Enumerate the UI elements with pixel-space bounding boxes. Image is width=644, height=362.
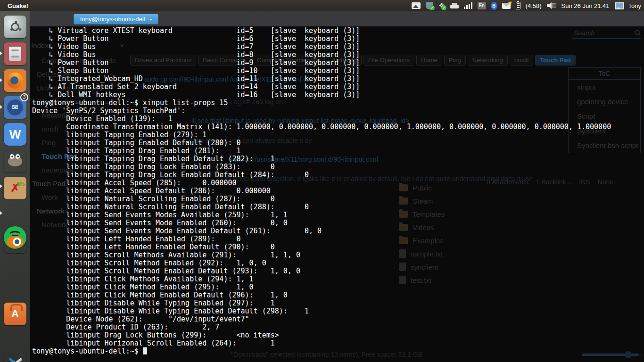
firefox-app-icon[interactable] bbox=[4, 69, 26, 92]
top-panel: Guake! ✓ ❖✓ En B (4:58) Sun 26 Jun 21:41… bbox=[0, 0, 644, 11]
battery-time: (4:58) bbox=[526, 2, 542, 9]
gimp-wilber-icon bbox=[8, 156, 22, 166]
software-center-icon[interactable]: A bbox=[4, 303, 26, 325]
new-mail-icon[interactable] bbox=[502, 3, 511, 9]
clock-date[interactable]: Sun 26 Jun 21:41 bbox=[561, 2, 610, 9]
w-letter: W bbox=[9, 127, 21, 142]
desktop: Guake! ✓ ❖✓ En B (4:58) Sun 26 Jun 21:41… bbox=[0, 0, 644, 362]
shield-check-icon[interactable]: ✓ bbox=[426, 2, 433, 9]
unread-count-badge: 3 bbox=[20, 93, 28, 101]
terminal-text: ↳ Virtual core XTEST keyboard id=5 [slav… bbox=[32, 26, 611, 355]
check-badge: ✓ bbox=[441, 5, 446, 10]
running-indicator bbox=[0, 105, 2, 109]
firefox-globe-icon bbox=[7, 73, 23, 89]
guake-terminal-tab[interactable]: tony@tonys-ubuntu-dell: ~ bbox=[74, 14, 158, 25]
bluetooth-icon[interactable]: B bbox=[491, 2, 497, 10]
volume-icon[interactable] bbox=[547, 2, 556, 9]
dropbox-sync-icon[interactable]: ❖✓ bbox=[438, 2, 445, 9]
gimp-app-icon[interactable] bbox=[4, 150, 26, 173]
running-indicator bbox=[0, 51, 2, 55]
session-user[interactable]: Tony bbox=[628, 2, 641, 9]
running-indicator bbox=[0, 78, 2, 82]
search-icon bbox=[635, 30, 640, 35]
dash-home-button[interactable] bbox=[4, 16, 26, 38]
running-indicator bbox=[0, 211, 2, 215]
zoom-slider-track-end bbox=[638, 354, 643, 355]
battery-icon[interactable] bbox=[516, 2, 520, 9]
ubuntu-logo-icon bbox=[11, 23, 19, 31]
guake-tab-bar: tony@tonys-ubuntu-dell: ~ bbox=[30, 11, 644, 26]
terminal-cursor bbox=[143, 347, 147, 354]
check-badge: ✓ bbox=[429, 5, 435, 10]
a-letter: A bbox=[11, 308, 19, 320]
file-cabinet-icon bbox=[9, 47, 21, 61]
terminal-output: ↳ Virtual core XTEST keyboard id=5 [slav… bbox=[32, 27, 611, 355]
xournal-app-icon[interactable]: ✗✎ bbox=[4, 177, 26, 199]
session-monitor-icon[interactable] bbox=[615, 2, 623, 9]
printer-tray-icon[interactable] bbox=[450, 3, 459, 9]
screenshot-tray-icon[interactable] bbox=[412, 2, 421, 9]
system-tools-icon[interactable] bbox=[4, 352, 26, 362]
blender-app-icon[interactable] bbox=[4, 230, 26, 253]
files-app-icon[interactable] bbox=[4, 42, 26, 65]
system-tray: ✓ ❖✓ En B (4:58) Sun 26 Jun 21:41 Tony bbox=[412, 0, 641, 11]
wire-app-icon[interactable]: W bbox=[4, 123, 26, 146]
blender-logo-icon bbox=[7, 236, 24, 248]
running-indicator bbox=[0, 184, 2, 188]
unity-launcher: ✉ 3 W ✗✎ A bbox=[0, 11, 30, 362]
keyboard-layout-indicator[interactable]: En bbox=[478, 2, 486, 9]
thunderbird-app-icon[interactable]: ✉ 3 bbox=[4, 96, 26, 119]
envelope-icon: ✉ bbox=[7, 99, 23, 115]
network-signal-icon[interactable] bbox=[464, 2, 472, 9]
active-app-title: Guake! bbox=[8, 2, 28, 9]
